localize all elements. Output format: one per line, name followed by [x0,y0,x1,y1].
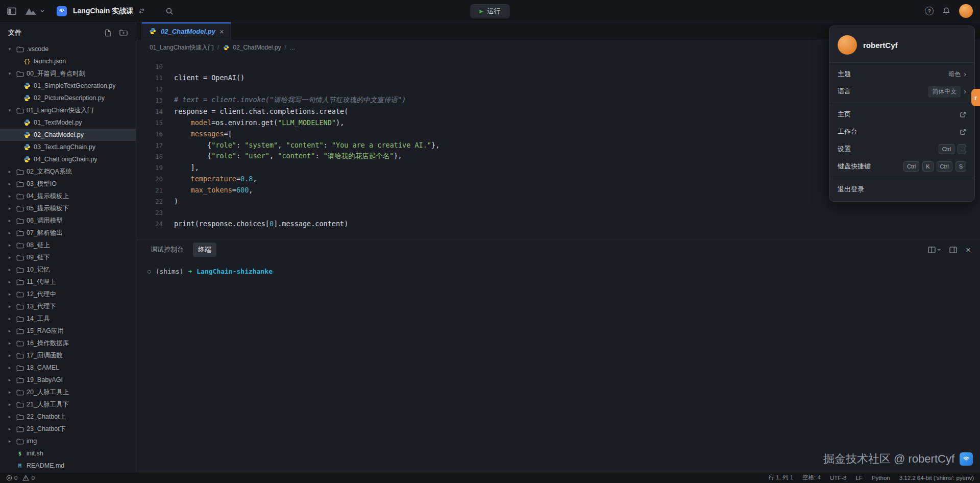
terminal[interactable]: ○ (shims) ➜ LangChain-shizhanke [136,259,980,472]
menu-item-logout[interactable]: 退出登录 [829,181,974,198]
toggle-sidebar-icon[interactable] [7,7,16,15]
maximize-panel-icon[interactable] [949,247,957,253]
tree-folder-21_人脉工具下[interactable]: ▸21_人脉工具下 [0,398,136,410]
tree-file-03_TextLangChain.py[interactable]: 03_TextLangChain.py [0,141,136,153]
status-interpreter[interactable]: 3.12.2 64-bit ('shims': pyenv) [899,475,974,481]
close-panel-icon[interactable]: × [966,246,971,254]
search-icon[interactable] [165,7,174,15]
status-cursor-position[interactable]: 行 1, 列 1 [769,474,794,481]
tree-file-04_ChatLongChain.py[interactable]: 04_ChatLongChain.py [0,153,136,165]
chevron-right-icon[interactable]: ▸ [6,377,13,382]
tree-folder-11_代理上[interactable]: ▸11_代理上 [0,276,136,288]
chevron-right-icon[interactable]: ▸ [6,243,13,248]
tree-folder-img[interactable]: ▸img [0,435,136,447]
tree-folder-05_提示模板下[interactable]: ▸05_提示模板下 [0,202,136,214]
status-encoding[interactable]: UTF-8 [830,475,847,481]
tree-folder-.vscode[interactable]: ▾.vscode [0,43,136,55]
status-indentation[interactable]: 空格: 4 [802,474,821,481]
chevron-right-icon[interactable]: ▸ [6,365,13,370]
tree-folder-03_模型IO[interactable]: ▸03_模型IO [0,178,136,190]
tree-folder-22_Chatbot上[interactable]: ▸22_Chatbot上 [0,410,136,423]
tree-file-launch.json[interactable]: {}launch.json [0,55,136,67]
menu-item-shortcuts[interactable]: 键盘快捷键CtrlKCtrlS [829,158,974,175]
tree-file-01_SimpleTextGeneration.py[interactable]: 01_SimpleTextGeneration.py [0,80,136,92]
chevron-right-icon[interactable]: ▸ [6,292,13,297]
notifications-bell-icon[interactable] [942,7,950,15]
tree-folder-07_解析输出[interactable]: ▸07_解析输出 [0,227,136,239]
chevron-right-icon[interactable]: ▸ [6,255,13,260]
breadcrumb-more[interactable]: ... [290,44,295,51]
chevron-down-icon[interactable]: ▾ [6,46,13,52]
tree-folder-02_文档QA系统[interactable]: ▸02_文档QA系统 [0,165,136,178]
tree-folder-23_Chatbot下[interactable]: ▸23_Chatbot下 [0,423,136,435]
tree-folder-04_提示模板上[interactable]: ▸04_提示模板上 [0,190,136,202]
close-tab-icon[interactable]: × [219,28,224,35]
tree-folder-18_CAMEL[interactable]: ▸18_CAMEL [0,361,136,374]
tree-folder-16_操作数据库[interactable]: ▸16_操作数据库 [0,337,136,349]
chevron-right-icon[interactable]: ▸ [6,267,13,272]
chevron-right-icon[interactable]: ▸ [6,169,13,174]
chevron-right-icon[interactable]: ▸ [6,390,13,395]
menu-divider [829,178,974,178]
tree-folder-17_回调函数[interactable]: ▸17_回调函数 [0,349,136,361]
chevron-right-icon[interactable]: ▸ [6,414,13,419]
chevron-right-icon[interactable]: ▸ [6,218,13,223]
tab-terminal[interactable]: 终端 [193,243,216,257]
tree-folder-12_代理中[interactable]: ▸12_代理中 [0,288,136,300]
tree-file-01_TextModel.py[interactable]: 01_TextModel.py [0,116,136,129]
chevron-right-icon[interactable]: ▸ [6,279,13,284]
chevron-right-icon[interactable]: ▸ [6,426,13,431]
tree-folder-20_人脉工具上[interactable]: ▸20_人脉工具上 [0,386,136,398]
menu-item-theme[interactable]: 主题暗色› [829,65,974,83]
switch-project-icon[interactable] [138,8,145,14]
tree-folder-09_链下[interactable]: ▸09_链下 [0,251,136,263]
menu-item-home[interactable]: 主页 [829,106,974,123]
menu-item-settings[interactable]: 设置Ctrl. [829,140,974,158]
tab-02-chatmodel[interactable]: 02_ChatModel.py × [141,22,231,40]
tree-file-init.sh[interactable]: $init.sh [0,447,136,460]
tree-folder-13_代理下[interactable]: ▸13_代理下 [0,300,136,312]
tab-debug-console[interactable]: 调试控制台 [145,243,189,257]
tree-file-README.md[interactable]: MREADME.md [0,460,136,472]
user-avatar[interactable] [959,4,973,18]
chevron-right-icon[interactable]: ▸ [6,341,13,346]
edge-feedback-badge[interactable]: r [971,89,980,106]
run-button[interactable]: ▶ 运行 [471,4,510,18]
tree-folder-00_开篇词_奇点时刻[interactable]: ▾00_开篇词_奇点时刻 [0,67,136,80]
chevron-right-icon[interactable]: ▸ [6,439,13,444]
status-language-mode[interactable]: Python [872,475,890,481]
workspace-logo-menu[interactable] [24,7,44,16]
terminal-prompt-line: ○ (shims) ➜ LangChain-shizhanke [148,268,980,275]
tree-folder-01_LangChain快速入门[interactable]: ▾01_LangChain快速入门 [0,104,136,116]
tree-folder-10_记忆[interactable]: ▸10_记忆 [0,263,136,276]
chevron-right-icon[interactable]: ▸ [6,194,13,199]
breadcrumb-file[interactable]: 02_ChatModel.py [233,44,281,51]
chevron-right-icon[interactable]: ▸ [6,181,13,186]
chevron-right-icon[interactable]: ▸ [6,304,13,309]
chevron-down-icon[interactable]: ▾ [6,108,13,113]
code-text: messages=[ [174,130,232,138]
problems-indicator[interactable]: 0 0 [6,475,35,481]
tree-file-02_PictureDescription.py[interactable]: 02_PictureDescription.py [0,92,136,104]
chevron-right-icon[interactable]: ▸ [6,402,13,407]
split-terminal-icon[interactable] [928,247,941,253]
help-icon[interactable]: ? [925,7,934,15]
tree-folder-06_调用模型[interactable]: ▸06_调用模型 [0,214,136,227]
tree-folder-19_BabyAGI[interactable]: ▸19_BabyAGI [0,374,136,386]
status-eol[interactable]: LF [855,475,862,481]
chevron-right-icon[interactable]: ▸ [6,230,13,235]
tree-file-02_ChatModel.py[interactable]: 02_ChatModel.py [0,129,136,141]
menu-item-language[interactable]: 语言简体中文› [829,83,974,100]
chevron-right-icon[interactable]: ▸ [6,353,13,358]
breadcrumb-folder[interactable]: 01_LangChain快速入门 [150,43,214,52]
new-file-icon[interactable] [104,29,112,37]
chevron-right-icon[interactable]: ▸ [6,328,13,333]
menu-item-workspace[interactable]: 工作台 [829,123,974,140]
chevron-right-icon[interactable]: ▸ [6,206,13,211]
tree-folder-14_工具[interactable]: ▸14_工具 [0,312,136,325]
chevron-down-icon[interactable]: ▾ [6,71,13,76]
chevron-right-icon[interactable]: ▸ [6,316,13,321]
tree-folder-15_RAG应用[interactable]: ▸15_RAG应用 [0,325,136,337]
new-folder-icon[interactable] [119,29,128,36]
tree-folder-08_链上[interactable]: ▸08_链上 [0,239,136,251]
